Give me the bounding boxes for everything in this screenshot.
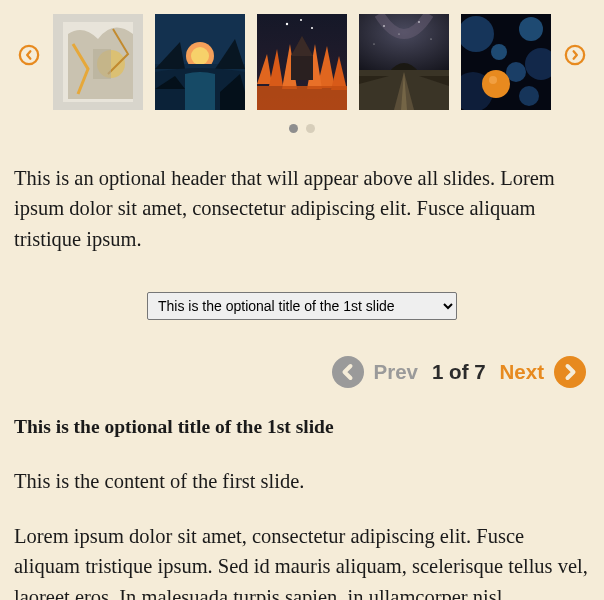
svg-point-32 <box>566 46 584 64</box>
svg-rect-11 <box>257 86 347 110</box>
carousel-next-button[interactable] <box>564 44 586 66</box>
thumbnail-carousel <box>0 0 604 110</box>
svg-point-24 <box>519 17 543 41</box>
slide-paragraph-1: This is the content of the first slide. <box>14 466 590 497</box>
svg-point-34 <box>554 356 586 388</box>
dot-1[interactable] <box>289 124 298 133</box>
next-button[interactable]: Next <box>500 356 586 388</box>
arrow-right-icon <box>564 44 586 66</box>
svg-point-12 <box>286 23 288 25</box>
thumbnail-5[interactable] <box>461 14 551 110</box>
svg-point-33 <box>332 356 364 388</box>
carousel-dots <box>0 124 604 133</box>
svg-point-17 <box>418 21 420 23</box>
svg-point-20 <box>373 43 374 44</box>
svg-point-13 <box>311 27 313 29</box>
dot-2[interactable] <box>306 124 315 133</box>
slide-pager: Prev 1 of 7 Next <box>0 320 604 388</box>
prev-label: Prev <box>374 360 418 384</box>
slide-content: This is the content of the first slide. … <box>0 438 604 600</box>
slide-paragraph-2: Lorem ipsum dolor sit amet, consectetur … <box>14 521 590 600</box>
svg-point-31 <box>519 86 539 106</box>
thumbnail-3[interactable] <box>257 14 347 110</box>
header-text: This is an optional header that will app… <box>0 133 604 254</box>
thumbnail-1[interactable] <box>53 14 143 110</box>
page-count: 1 of 7 <box>432 360 486 384</box>
svg-point-30 <box>489 76 497 84</box>
next-icon <box>554 356 586 388</box>
svg-point-29 <box>482 70 510 98</box>
svg-point-8 <box>191 47 209 65</box>
svg-point-19 <box>430 38 431 39</box>
svg-point-18 <box>398 33 399 34</box>
carousel-prev-button[interactable] <box>18 44 40 66</box>
thumbnail-4[interactable] <box>359 14 449 110</box>
svg-rect-4 <box>93 49 111 79</box>
prev-button: Prev <box>332 356 418 388</box>
arrow-left-icon <box>18 44 40 66</box>
svg-point-14 <box>300 19 302 21</box>
svg-point-28 <box>491 44 507 60</box>
svg-point-16 <box>383 25 385 27</box>
thumbnail-2[interactable] <box>155 14 245 110</box>
prev-icon <box>332 356 364 388</box>
slide-title: This is the optional title of the 1st sl… <box>0 388 604 438</box>
svg-point-0 <box>20 46 38 64</box>
next-label: Next <box>500 360 544 384</box>
slide-select[interactable]: This is the optional title of the 1st sl… <box>147 292 457 320</box>
